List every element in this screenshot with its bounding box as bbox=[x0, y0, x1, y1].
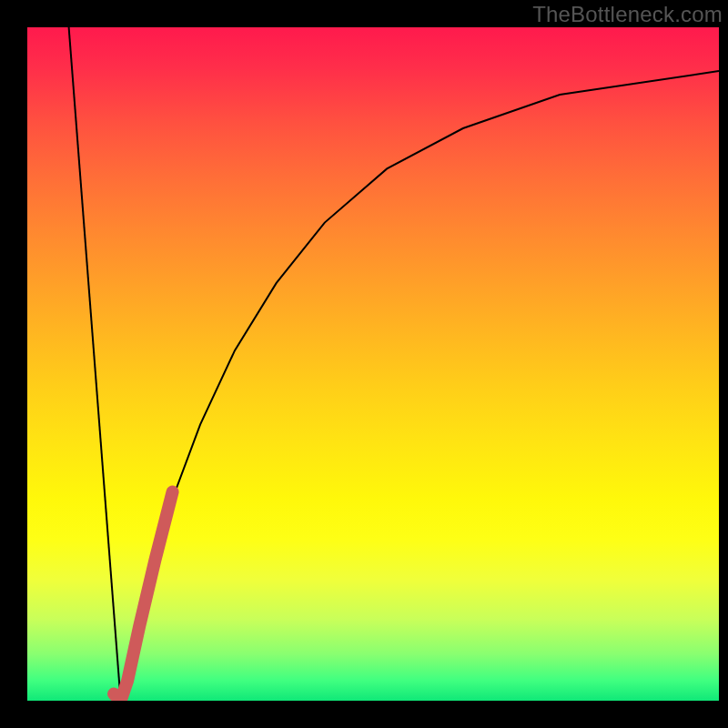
series-highlight-hook bbox=[114, 492, 173, 701]
series-left-descend bbox=[69, 27, 121, 701]
watermark-text: TheBottleneck.com bbox=[532, 2, 723, 27]
series-right-asymptote bbox=[121, 71, 719, 701]
chart-curves-svg bbox=[27, 27, 719, 701]
chart-frame bbox=[27, 27, 719, 701]
